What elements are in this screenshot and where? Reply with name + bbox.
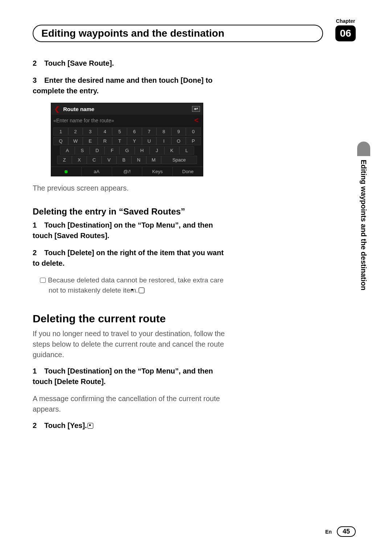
step-number: 1 [33, 366, 44, 376]
keyboard-screenshot: ❮ Route name ↩ «Enter name for the route… [51, 103, 203, 176]
page-title: Editing waypoints and the destination [33, 25, 323, 42]
caution-note: Because deleted data cannot be restored,… [49, 275, 225, 295]
key-g[interactable]: G [119, 146, 134, 155]
key-m[interactable]: M [146, 156, 161, 164]
heading-part-b: “Saved Routes” [119, 207, 185, 216]
section-end-icon [87, 423, 93, 429]
key-8[interactable]: 8 [156, 127, 171, 136]
step-text: Enter the desired name and then touch [D… [33, 76, 212, 95]
symbols-button[interactable]: @/! [112, 167, 143, 176]
fig-input-row: «Enter name for the route» < [51, 115, 203, 126]
route-name-input[interactable]: «Enter name for the route» [53, 118, 114, 123]
delete-route-intro: If you no longer need to travel to your … [33, 328, 225, 360]
fig-title-text: Route name [63, 106, 94, 112]
step-number: 2 [33, 248, 44, 258]
key-i[interactable]: I [156, 137, 171, 145]
key-h[interactable]: H [135, 146, 150, 155]
key-p[interactable]: P [186, 137, 201, 145]
delete-entry-step-2: 2Touch [Delete] on the right of the item… [33, 248, 225, 269]
on-screen-keyboard: 1 2 3 4 5 6 7 8 9 0 Q W E R T Y [51, 126, 203, 167]
side-tab-handle [357, 142, 370, 156]
key-l[interactable]: L [179, 146, 194, 155]
step-number: 2 [33, 420, 44, 431]
delete-entry-step-1: 1Touch [Destination] on the “Top Menu”, … [33, 220, 225, 241]
step-text: Touch [Yes]. [44, 421, 87, 429]
key-s[interactable]: S [75, 146, 90, 155]
delete-route-step-1: 1Touch [Destination] on the “Top Menu”, … [33, 366, 225, 387]
page-number: 45 [337, 526, 356, 537]
key-u[interactable]: U [142, 137, 157, 145]
key-6[interactable]: 6 [127, 127, 142, 136]
key-space[interactable]: Space [161, 156, 197, 164]
key-t[interactable]: T [112, 137, 127, 145]
keys-button[interactable]: Keys [142, 167, 173, 176]
step-3: 3Enter the desired name and then touch [… [33, 75, 225, 96]
step-text: Touch [Save Route]. [44, 59, 114, 67]
step-2: 2Touch [Save Route]. [33, 58, 225, 69]
status-dot [51, 167, 82, 176]
key-7[interactable]: 7 [142, 127, 157, 136]
delete-route-after-1: A message confirming the cancellation of… [33, 393, 225, 415]
step-text: Touch [Destination] on the “Top Menu”, a… [33, 221, 213, 240]
heading-part-a: Deleting the entry in [33, 207, 119, 216]
heading-delete-route: Deleting the current route [33, 313, 225, 325]
step-number: 2 [33, 58, 44, 69]
heading-delete-entry: Deleting the entry in “Saved Routes” [33, 206, 225, 217]
footer: En 45 [325, 526, 356, 537]
step-text: Touch [Delete] on the right of the item … [33, 249, 224, 267]
key-y[interactable]: Y [127, 137, 142, 145]
kb-row-1: 1 2 3 4 5 6 7 8 9 0 [53, 127, 201, 136]
key-a[interactable]: A [60, 146, 75, 155]
key-0[interactable]: 0 [186, 127, 201, 136]
after-figure-text: The previous screen appears. [33, 183, 225, 193]
key-o[interactable]: O [171, 137, 186, 145]
key-4[interactable]: 4 [98, 127, 113, 136]
key-c[interactable]: C [87, 156, 102, 164]
key-f[interactable]: F [105, 146, 119, 155]
key-v[interactable]: V [102, 156, 117, 164]
step-number: 3 [33, 75, 44, 86]
key-e[interactable]: E [83, 137, 98, 145]
kb-row-4: Z X C V B N M Space [53, 156, 201, 164]
back-icon[interactable]: ❮ [54, 105, 60, 113]
key-q[interactable]: Q [53, 137, 68, 145]
key-r[interactable]: R [98, 137, 113, 145]
kb-row-3: A S D F G H J K L [53, 146, 201, 155]
key-3[interactable]: 3 [83, 127, 98, 136]
footer-lang: En [325, 529, 332, 535]
note-icon [40, 278, 46, 283]
key-d[interactable]: D [90, 146, 105, 155]
key-k[interactable]: K [164, 146, 179, 155]
key-n[interactable]: N [131, 156, 146, 164]
key-1[interactable]: 1 [53, 127, 68, 136]
key-x[interactable]: X [72, 156, 87, 164]
key-9[interactable]: 9 [171, 127, 186, 136]
key-w[interactable]: W [68, 137, 83, 145]
key-2[interactable]: 2 [68, 127, 83, 136]
side-tab-text: Editing waypoints and the destination [357, 156, 368, 290]
side-tab: Editing waypoints and the destination [357, 142, 370, 338]
section-end-icon [139, 287, 144, 293]
fig-bottom-bar: aA @/! Keys Done [51, 167, 203, 176]
key-z[interactable]: Z [57, 156, 72, 164]
step-text: Touch [Destination] on the “Top Menu”, a… [33, 367, 213, 385]
delete-route-step-2: 2Touch [Yes]. [33, 420, 225, 431]
chapter-number: 06 [335, 25, 356, 41]
step-number: 1 [33, 220, 44, 230]
kb-row-2: Q W E R T Y U I O P [53, 137, 201, 145]
key-b[interactable]: B [117, 156, 131, 164]
chapter-label: Chapter [335, 18, 356, 24]
fig-titlebar: ❮ Route name ↩ [51, 103, 203, 115]
return-icon[interactable]: ↩ [192, 106, 200, 112]
key-5[interactable]: 5 [112, 127, 127, 136]
chapter-block: Chapter 06 [335, 18, 356, 41]
note-text: Because deleted data cannot be restored,… [48, 276, 224, 294]
backspace-icon[interactable]: < [192, 116, 201, 125]
shift-button[interactable]: aA [82, 167, 112, 176]
key-j[interactable]: J [150, 146, 164, 155]
done-button[interactable]: Done [173, 167, 203, 176]
